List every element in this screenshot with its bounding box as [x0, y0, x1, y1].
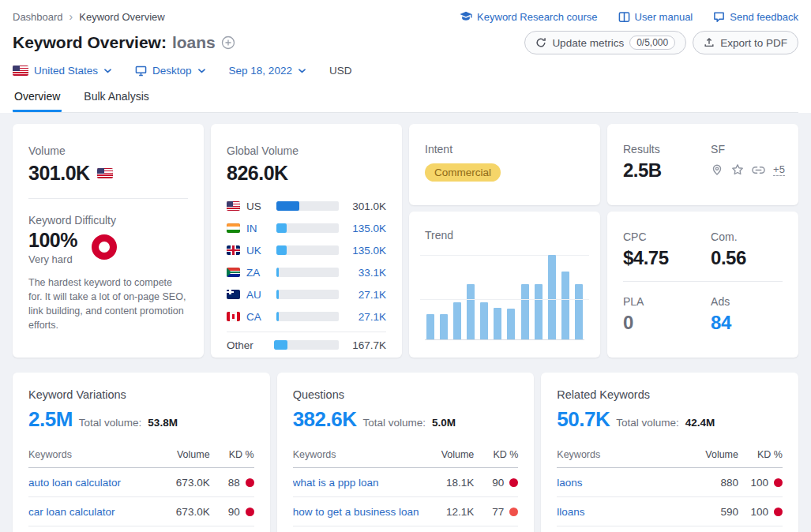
table-header: Keywords Volume KD %	[557, 449, 783, 468]
trend-bar	[426, 314, 434, 339]
us-flag-icon	[13, 66, 28, 76]
questions-title: Questions	[293, 388, 519, 401]
kd-dot	[774, 478, 783, 487]
country-volume-link[interactable]: 135.0K	[345, 223, 386, 234]
kd-column-header: KD %	[738, 449, 783, 460]
location-pin-icon[interactable]	[711, 163, 723, 176]
keyword-link[interactable]: auto loan calculator	[28, 477, 161, 489]
page-header: Dashboard › Keyword Overview Keyword Res…	[0, 0, 811, 113]
table-header: Keywords Volume KD %	[293, 449, 519, 468]
country-volume-link[interactable]: 27.1K	[345, 311, 386, 323]
volume-bar	[276, 290, 339, 299]
volume-value: 301.0K	[28, 162, 90, 185]
trend-bar	[548, 255, 556, 339]
canada-flag-icon	[227, 312, 240, 321]
results-card: Results 2.5B SF +5	[607, 124, 798, 205]
export-pdf-label: Export to PDF	[720, 37, 787, 49]
breadcrumb-dashboard[interactable]: Dashboard	[13, 11, 63, 23]
intent-badge[interactable]: Commercial	[425, 163, 501, 182]
country-volume-link[interactable]: 33.1K	[345, 267, 386, 279]
kd-cell: 88	[210, 477, 254, 489]
book-icon	[618, 11, 630, 23]
kd-column-header: KD %	[474, 449, 518, 460]
tab-overview[interactable]: Overview	[13, 87, 62, 112]
course-link-label: Keyword Research course	[477, 11, 597, 23]
competition-value: 0.56	[711, 247, 783, 269]
trend-bar	[507, 309, 515, 339]
ads-value-link[interactable]: 84	[711, 312, 731, 333]
global-volume-row: UK 135.0K	[227, 239, 386, 261]
kd-cell: 100	[738, 477, 783, 489]
country-volume-link[interactable]: 27.1K	[345, 289, 386, 301]
volume-bar	[276, 201, 339, 211]
volume-cell: 673.0K	[161, 506, 210, 518]
total-volume-value: 5.0M	[432, 417, 456, 429]
divider	[28, 198, 188, 199]
volume-cell: 673.0K	[161, 477, 210, 489]
add-keyword-icon[interactable]	[221, 36, 235, 50]
volume-cell: 18.1K	[425, 477, 474, 489]
kd-column-header: KD %	[210, 449, 254, 460]
total-volume-label: Total volume:	[616, 417, 679, 429]
toolbar: Update metrics 0/5,000 Export to PDF	[524, 31, 798, 54]
keyword-link[interactable]: car loan calculator	[28, 506, 161, 518]
date-filter[interactable]: Sep 18, 2022	[229, 65, 306, 77]
kd-dot	[246, 478, 254, 487]
table-row: laons 880 100	[557, 468, 783, 497]
serp-features-label: SF	[711, 143, 783, 155]
export-icon	[704, 37, 715, 48]
chevron-down-icon	[298, 69, 306, 73]
country-volume-link[interactable]: 135.0K	[345, 245, 386, 257]
keyword-link[interactable]: laons	[557, 477, 689, 489]
trend-bar	[467, 284, 475, 339]
sf-more-toggle[interactable]: +5	[773, 163, 785, 176]
user-manual-link[interactable]: User manual	[618, 11, 693, 23]
tab-bulk-analysis[interactable]: Bulk Analysis	[82, 87, 150, 112]
us-flag-icon	[227, 201, 240, 211]
ads-label: Ads	[711, 295, 783, 308]
global-volume-card: Global Volume 826.0K US 301.0K IN 135.0K	[211, 124, 402, 358]
keyword-difficulty-value: 100%	[28, 230, 77, 252]
graduation-cap-icon	[460, 11, 472, 22]
country-link[interactable]: AU	[246, 289, 270, 301]
country-link[interactable]: IN	[246, 223, 270, 234]
volume-bar	[276, 245, 339, 255]
update-metrics-button[interactable]: Update metrics 0/5,000	[524, 31, 686, 54]
breadcrumb-separator-icon: ›	[69, 10, 73, 23]
keyword-difficulty-description: The hardest keyword to compete for. It w…	[28, 275, 188, 333]
star-icon[interactable]	[731, 163, 744, 176]
keyword-link[interactable]: lloans	[557, 506, 689, 518]
page-title-keyword: loans	[172, 33, 216, 52]
related-keywords-card: Related Keywords 50.7K Total volume: 42.…	[541, 373, 798, 532]
volume-column-header: Volume	[425, 449, 474, 460]
volume-bar	[276, 223, 339, 233]
export-pdf-button[interactable]: Export to PDF	[693, 31, 798, 54]
trend-bar	[494, 308, 501, 339]
cpc-label: CPC	[623, 230, 711, 243]
table-row: how to get a business loan 12.1K 77	[293, 497, 519, 526]
cpc-card: CPC $4.75 Com. 0.56 PLA 0 Ads 84	[607, 212, 798, 358]
volume-cell: 590	[689, 506, 738, 518]
country-link[interactable]: ZA	[246, 267, 270, 279]
kd-cell: 100	[738, 506, 783, 518]
feedback-link-label: Send feedback	[730, 11, 798, 23]
questions-count: 382.6K	[293, 407, 357, 432]
keywords-column-header: Keywords	[28, 449, 161, 460]
chat-bubble-icon	[713, 11, 725, 23]
country-link[interactable]: CA	[246, 311, 270, 323]
refresh-icon	[535, 37, 546, 48]
keywords-column-header: Keywords	[557, 449, 689, 460]
keyword-link[interactable]: what is a ppp loan	[293, 477, 426, 489]
device-filter[interactable]: Desktop	[135, 65, 205, 77]
send-feedback-link[interactable]: Send feedback	[713, 11, 798, 23]
link-icon[interactable]	[752, 166, 765, 174]
volume-column-header: Volume	[161, 449, 210, 460]
keyword-research-course-link[interactable]: Keyword Research course	[460, 11, 597, 23]
country-link[interactable]: UK	[246, 245, 270, 257]
trend-card: Trend	[409, 212, 600, 358]
country-filter[interactable]: United States	[13, 65, 111, 77]
global-volume-label: Global Volume	[227, 144, 386, 157]
keyword-link[interactable]: how to get a business loan	[293, 506, 426, 518]
trend-label: Trend	[425, 229, 584, 242]
intent-card: Intent Commercial	[409, 124, 600, 205]
